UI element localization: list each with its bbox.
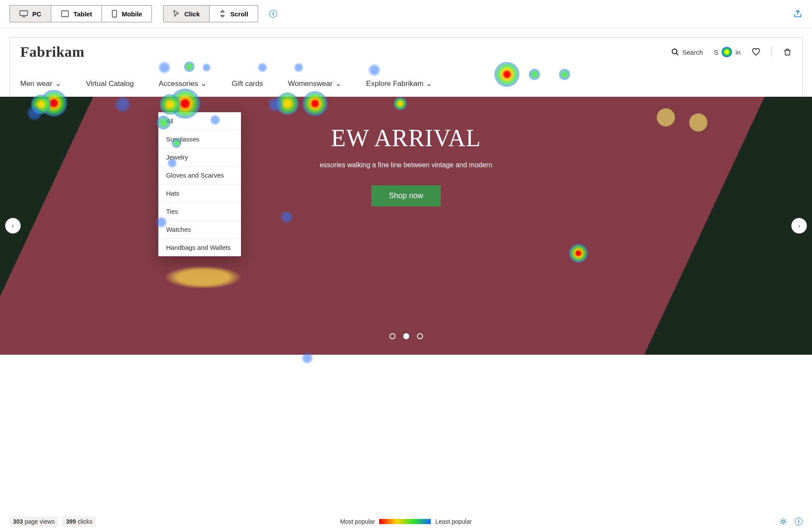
site-logo[interactable]: Fabrikam: [20, 44, 84, 60]
main-nav: Men wear⌄ Virtual Catalog Accessories⌄ G…: [20, 71, 792, 97]
page-preview: Fabrikam Search S in: [0, 28, 812, 368]
mode-toggle-group: Click Scroll: [163, 5, 258, 22]
signin-link[interactable]: S in: [714, 47, 741, 57]
utility-divider: [772, 47, 772, 57]
dropdown-item[interactable]: Sunglasses: [158, 130, 241, 148]
chevron-down-icon: ⌄: [55, 79, 61, 88]
chevron-down-icon: ⌄: [335, 79, 341, 88]
carousel-prev-button[interactable]: ‹: [5, 218, 21, 233]
device-tablet-button[interactable]: Tablet: [51, 5, 102, 22]
device-pc-button[interactable]: PC: [9, 5, 51, 22]
site-top-row: Fabrikam Search S in: [20, 44, 792, 71]
info-icon[interactable]: i: [269, 10, 277, 18]
shop-now-button[interactable]: Shop now: [371, 185, 440, 206]
pc-icon: [19, 10, 28, 17]
dropdown-item[interactable]: Jewelry: [158, 148, 241, 166]
nav-gift-cards[interactable]: Gift cards: [232, 79, 263, 88]
wishlist-icon[interactable]: [752, 48, 760, 56]
carousel-dot[interactable]: [417, 333, 423, 339]
nav-label: Explore Fabrikam: [366, 80, 423, 88]
chevron-right-icon: ›: [798, 222, 800, 229]
svg-point-4: [114, 16, 114, 16]
svg-rect-0: [20, 11, 28, 15]
search-icon: [671, 48, 679, 56]
site-header: Fabrikam Search S in: [9, 37, 803, 97]
device-mobile-button[interactable]: Mobile: [102, 5, 152, 22]
mode-scroll-button[interactable]: Scroll: [209, 5, 258, 22]
chevron-down-icon: ⌄: [201, 79, 207, 88]
chevron-left-icon: ‹: [12, 222, 14, 229]
mobile-icon: [111, 10, 117, 18]
carousel-dots: [389, 333, 423, 339]
device-toggle-group: PC Tablet Mobile: [9, 5, 152, 22]
device-label: PC: [32, 10, 41, 18]
nav-explore-fabrikam[interactable]: Explore Fabrikam⌄: [366, 79, 432, 88]
nav-menwear[interactable]: Men wear⌄: [20, 79, 61, 88]
mode-label: Scroll: [230, 10, 248, 18]
device-label: Mobile: [122, 10, 142, 18]
carousel-dot[interactable]: [403, 333, 409, 339]
dropdown-item[interactable]: Handbags and Wallets: [158, 239, 241, 256]
hero-title: EW ARRIVAL: [0, 124, 812, 152]
chevron-down-icon: ⌄: [426, 79, 432, 88]
heatmap-overlap-icon: [722, 47, 732, 57]
carousel-next-button[interactable]: ›: [791, 218, 807, 233]
mode-label: Click: [184, 10, 200, 18]
dropdown-item[interactable]: Gloves and Scarves: [158, 166, 241, 184]
nav-womenswear[interactable]: Womenswear⌄: [288, 79, 341, 88]
utility-nav: Search S in: [671, 47, 792, 57]
dropdown-item[interactable]: Ties: [158, 203, 241, 221]
signin-initial: S: [714, 49, 718, 56]
svg-point-2: [65, 15, 65, 16]
nav-label: Virtual Catalog: [86, 80, 134, 88]
nav-label: Men wear: [20, 80, 52, 88]
cursor-icon: [173, 10, 180, 18]
carousel-dot[interactable]: [389, 333, 395, 339]
hero-content: EW ARRIVAL essories walking a fine line …: [0, 97, 812, 206]
cart-icon[interactable]: [783, 48, 792, 56]
nav-virtual-catalog[interactable]: Virtual Catalog: [86, 79, 134, 88]
signin-tail: in: [735, 49, 741, 56]
tablet-icon: [61, 10, 69, 17]
nav-accessories[interactable]: Accessories⌄: [159, 79, 207, 88]
hero-carousel: EW ARRIVAL essories walking a fine line …: [0, 97, 812, 355]
dropdown-item[interactable]: All: [158, 112, 241, 130]
search-label: Search: [682, 49, 703, 56]
dropdown-item[interactable]: Hats: [158, 184, 241, 203]
accessories-dropdown: All Sunglasses Jewelry Gloves and Scarve…: [158, 112, 241, 256]
svg-point-5: [672, 49, 677, 54]
search-link[interactable]: Search: [671, 48, 703, 56]
hero-subtitle: essories walking a fine line between vin…: [0, 161, 812, 169]
dropdown-item[interactable]: Watches: [158, 221, 241, 239]
share-icon[interactable]: [793, 9, 803, 18]
mode-click-button[interactable]: Click: [163, 5, 210, 22]
scroll-icon: [219, 10, 226, 18]
nav-label: Womenswear: [288, 80, 333, 88]
nav-label: Gift cards: [232, 80, 263, 88]
nav-label: Accessories: [159, 80, 198, 88]
analytics-toolbar: PC Tablet Mobile Click Scroll: [0, 0, 812, 28]
device-label: Tablet: [74, 10, 92, 18]
